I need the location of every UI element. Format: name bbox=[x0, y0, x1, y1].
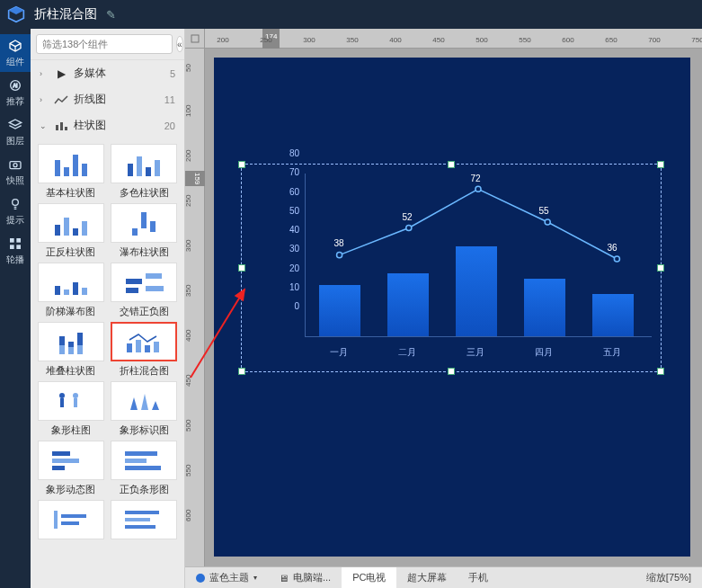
svg-point-46 bbox=[475, 186, 481, 192]
svg-rect-19 bbox=[146, 286, 164, 291]
svg-rect-37 bbox=[54, 511, 58, 529]
edit-title-icon[interactable]: ✎ bbox=[106, 8, 116, 22]
svg-rect-31 bbox=[52, 451, 70, 456]
rail-carousel[interactable]: 轮播 bbox=[0, 232, 31, 270]
component-panel: « › ▶ 多媒体 5 › 折线图 11 ⌄ 柱状图 20 基本柱状图 多色柱状… bbox=[31, 29, 185, 588]
svg-rect-10 bbox=[16, 238, 21, 243]
monitor-icon: 🖥 bbox=[279, 573, 289, 584]
media-icon: ▶ bbox=[54, 67, 68, 80]
search-row: « bbox=[31, 29, 184, 60]
ruler-horizontal[interactable]: 174 200250300350400450500550600650700750 bbox=[205, 29, 702, 49]
bulb-icon bbox=[7, 196, 23, 212]
tab-mobile[interactable]: 手机 bbox=[458, 567, 499, 588]
svg-rect-34 bbox=[125, 451, 157, 456]
resize-handle-ml[interactable] bbox=[238, 264, 245, 272]
ruler-vertical[interactable]: 159 50100200250300350400450500550600 bbox=[185, 49, 205, 566]
svg-rect-40 bbox=[125, 511, 159, 514]
svg-rect-6 bbox=[10, 162, 21, 169]
svg-rect-42 bbox=[125, 525, 156, 529]
svg-rect-11 bbox=[10, 245, 14, 249]
resize-handle-tl[interactable] bbox=[238, 161, 245, 168]
svg-rect-36 bbox=[125, 466, 161, 470]
svg-rect-17 bbox=[146, 273, 162, 279]
svg-marker-28 bbox=[130, 397, 138, 410]
device-preview[interactable]: 🖥 电脑端... bbox=[268, 567, 342, 588]
thumb-alt-posneg[interactable]: 交错正负图 bbox=[110, 263, 180, 318]
svg-rect-23 bbox=[154, 342, 159, 352]
chevron-right-icon: › bbox=[40, 69, 49, 78]
svg-rect-39 bbox=[61, 521, 79, 525]
svg-point-24 bbox=[59, 393, 65, 398]
tab-pc-tv[interactable]: PC电视 bbox=[342, 567, 396, 588]
svg-rect-21 bbox=[136, 340, 141, 352]
category-multimedia[interactable]: › ▶ 多媒体 5 bbox=[31, 60, 184, 86]
ruler-corner[interactable] bbox=[185, 29, 205, 49]
thumb-step-waterfall[interactable]: 阶梯瀑布图 bbox=[36, 263, 106, 318]
ai-icon: AI bbox=[7, 77, 23, 94]
thumb-pictorial-dynamic[interactable]: 象形动态图 bbox=[36, 441, 106, 496]
svg-rect-15 bbox=[65, 127, 67, 130]
svg-point-7 bbox=[13, 164, 17, 167]
thumb-pictorial-marker[interactable]: 象形标识图 bbox=[110, 381, 180, 437]
top-bar: 折柱混合图 ✎ bbox=[0, 0, 702, 29]
thumb-pictorial-bar[interactable]: 象形柱图 bbox=[36, 381, 106, 437]
thumb-basic-bar[interactable]: 基本柱状图 bbox=[36, 144, 106, 200]
svg-point-47 bbox=[545, 219, 550, 225]
category-line-chart[interactable]: › 折线图 11 bbox=[31, 86, 184, 112]
rail-snapshot[interactable]: 快照 bbox=[0, 153, 31, 191]
rail-layers[interactable]: 图层 bbox=[0, 113, 31, 151]
resize-handle-mr[interactable] bbox=[657, 264, 664, 272]
thumb-extra-1[interactable] bbox=[36, 500, 106, 539]
selected-chart-widget[interactable]: 01020304050607080 一月二月三月四月五月 3852725536 bbox=[241, 164, 662, 372]
svg-marker-5 bbox=[9, 120, 21, 126]
category-bar-chart[interactable]: ⌄ 柱状图 20 bbox=[31, 112, 184, 138]
thumb-posneg-bar[interactable]: 正反柱状图 bbox=[36, 203, 106, 259]
svg-rect-18 bbox=[126, 288, 138, 293]
theme-selector[interactable]: 蓝色主题 ▾ bbox=[185, 567, 268, 588]
grid-icon bbox=[7, 236, 23, 252]
resize-handle-bm[interactable] bbox=[448, 368, 455, 375]
tab-large-screen[interactable]: 超大屏幕 bbox=[396, 567, 458, 588]
theme-color-dot bbox=[196, 574, 205, 583]
resize-handle-br[interactable] bbox=[657, 368, 664, 375]
chevron-down-icon: ⌄ bbox=[40, 121, 49, 130]
collapse-panel-button[interactable]: « bbox=[176, 36, 183, 52]
chevron-right-icon: › bbox=[40, 95, 49, 104]
resize-handle-bl[interactable] bbox=[238, 368, 245, 375]
app-logo-icon bbox=[7, 5, 25, 23]
category-list: › ▶ 多媒体 5 › 折线图 11 ⌄ 柱状图 20 基本柱状图 多色柱状图 … bbox=[31, 60, 184, 588]
rail-tips[interactable]: 提示 bbox=[0, 192, 31, 230]
svg-text:AI: AI bbox=[13, 83, 17, 88]
svg-rect-25 bbox=[60, 398, 64, 407]
rail-label: 图层 bbox=[6, 135, 24, 147]
rail-label: 轮播 bbox=[6, 254, 24, 266]
svg-rect-35 bbox=[125, 459, 147, 463]
thumb-posneg-hbar[interactable]: 正负条形图 bbox=[110, 441, 180, 496]
svg-rect-16 bbox=[126, 279, 142, 284]
svg-rect-20 bbox=[127, 343, 132, 352]
x-axis: 一月二月三月四月五月 bbox=[305, 341, 652, 362]
left-nav-rail: 组件 AI 推荐 图层 快照 提示 轮播 bbox=[0, 29, 31, 588]
thumb-stacked-bar[interactable]: 堆叠柱状图 bbox=[36, 322, 106, 378]
svg-rect-27 bbox=[74, 398, 77, 407]
thumb-waterfall-bar[interactable]: 瀑布柱状图 bbox=[110, 203, 180, 259]
search-input[interactable] bbox=[36, 34, 173, 54]
svg-point-45 bbox=[406, 225, 412, 230]
rail-components[interactable]: 组件 bbox=[0, 34, 31, 72]
svg-rect-14 bbox=[60, 122, 63, 130]
resize-handle-tm[interactable] bbox=[448, 161, 455, 168]
rail-recommend[interactable]: AI 推荐 bbox=[0, 74, 31, 111]
svg-point-48 bbox=[614, 256, 619, 262]
ruler-v-marker: 159 bbox=[185, 171, 205, 186]
svg-marker-29 bbox=[141, 394, 148, 410]
svg-rect-33 bbox=[52, 466, 65, 470]
thumb-multicolor-bar[interactable]: 多色柱状图 bbox=[110, 144, 180, 200]
page-title: 折柱混合图 bbox=[34, 6, 97, 22]
resize-handle-tr[interactable] bbox=[657, 161, 664, 168]
thumb-extra-2[interactable] bbox=[110, 500, 180, 539]
svg-point-44 bbox=[337, 253, 342, 258]
design-stage[interactable]: 01020304050607080 一月二月三月四月五月 3852725536 bbox=[214, 58, 690, 557]
rail-label: 推荐 bbox=[6, 95, 24, 108]
thumb-bar-line-combo[interactable]: 折柱混合图 bbox=[110, 322, 180, 378]
zoom-display[interactable]: 缩放[75%] bbox=[635, 567, 702, 588]
